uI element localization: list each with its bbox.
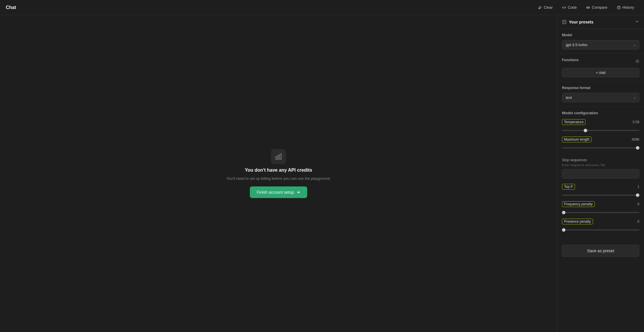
temperature-label: Temperature	[562, 119, 585, 125]
top-p-label: Top P	[562, 184, 575, 190]
top-p-row: Top P 1	[562, 184, 639, 197]
app-title: Chat	[6, 5, 16, 10]
presets-icon	[562, 20, 567, 24]
svg-line-0	[564, 6, 564, 9]
save-preset-button[interactable]: Save as preset	[562, 245, 639, 257]
finish-setup-button[interactable]: Finish account setup	[250, 186, 307, 198]
stop-seq-label: Stop sequences	[562, 158, 639, 162]
empty-icon	[271, 149, 286, 164]
sidebar-header: Your presets	[557, 15, 644, 29]
stop-sequences-section: Stop sequences Enter sequence and press …	[557, 158, 644, 183]
functions-header: Functions	[562, 58, 639, 65]
model-config-section: Model configuration Temperature 0.59 Max…	[557, 107, 644, 158]
svg-point-1	[587, 7, 588, 8]
svg-rect-8	[563, 20, 566, 24]
presence-penalty-value: 0	[637, 219, 639, 224]
arrow-right-icon	[296, 190, 300, 194]
temperature-slider[interactable]	[562, 130, 639, 131]
compare-button[interactable]: Compare	[582, 3, 611, 11]
right-sidebar: Your presets Model gpt-3.5-turbo gpt-4 g…	[557, 15, 644, 332]
frequency-penalty-value: 0	[637, 202, 639, 206]
top-nav: Chat Clear Code Compare History	[0, 0, 644, 15]
frequency-penalty-label: Frequency penalty	[562, 201, 595, 207]
empty-title: You don't have any API credits	[245, 168, 312, 173]
code-button[interactable]: Code	[558, 3, 581, 11]
presence-penalty-slider[interactable]	[562, 229, 639, 231]
temperature-row: Temperature 0.59	[562, 119, 639, 132]
frequency-penalty-slider[interactable]	[562, 212, 639, 213]
add-function-button[interactable]: + Add	[562, 68, 639, 77]
max-length-value: 4096	[632, 137, 639, 141]
max-length-slider[interactable]	[562, 147, 639, 148]
presence-penalty-row: Presence penalty 0	[562, 219, 639, 231]
svg-point-2	[588, 7, 590, 8]
functions-label: Functions	[562, 58, 578, 62]
max-length-label: Maximum length	[562, 137, 592, 142]
stop-seq-hint: Enter sequence and press Tab	[562, 163, 639, 167]
svg-rect-5	[278, 155, 279, 159]
svg-rect-6	[280, 154, 281, 159]
nav-actions: Clear Code Compare History	[534, 3, 638, 11]
compare-icon	[586, 6, 590, 10]
clear-button[interactable]: Clear	[534, 3, 557, 11]
code-icon	[562, 6, 566, 10]
history-icon	[617, 6, 621, 10]
model-label: Model	[562, 33, 639, 37]
max-length-row: Maximum length 4096	[562, 137, 639, 149]
chart-icon	[275, 153, 282, 160]
svg-point-11	[637, 60, 638, 61]
functions-section: Functions + Add	[557, 54, 644, 82]
temperature-value: 0.59	[633, 120, 639, 124]
response-format-select-wrapper: text json_object	[562, 93, 639, 102]
response-format-label: Response format	[562, 86, 639, 90]
svg-rect-4	[276, 157, 277, 159]
top-p-slider[interactable]	[562, 195, 639, 196]
presets-title: Your presets	[562, 20, 594, 24]
broom-icon	[538, 6, 542, 10]
top-p-value: 1	[637, 185, 639, 189]
gear-icon[interactable]	[635, 59, 639, 64]
model-select[interactable]: gpt-3.5-turbo gpt-4 gpt-4-turbo	[562, 40, 639, 50]
response-format-select[interactable]: text json_object	[562, 93, 639, 102]
model-config-title: Model configuration	[562, 111, 639, 115]
presence-penalty-label: Presence penalty	[562, 219, 593, 224]
model-select-wrapper: gpt-3.5-turbo gpt-4 gpt-4-turbo	[562, 40, 639, 50]
frequency-penalty-row: Frequency penalty 0	[562, 201, 639, 214]
stop-sequences-input[interactable]	[562, 169, 639, 179]
sidebar-chevron-icon[interactable]	[635, 19, 639, 25]
main-layout: You don't have any API credits You'll ne…	[0, 15, 644, 332]
chat-area: You don't have any API credits You'll ne…	[0, 15, 557, 332]
empty-subtitle: You'll need to set up billing before you…	[226, 176, 331, 181]
response-format-section: Response format text json_object	[557, 82, 644, 107]
model-section: Model gpt-3.5-turbo gpt-4 gpt-4-turbo	[557, 29, 644, 54]
top-p-section: Top P 1 Frequency penalty 0 Presence pen…	[557, 183, 644, 240]
history-button[interactable]: History	[613, 3, 638, 11]
empty-state: You don't have any API credits You'll ne…	[226, 149, 331, 198]
